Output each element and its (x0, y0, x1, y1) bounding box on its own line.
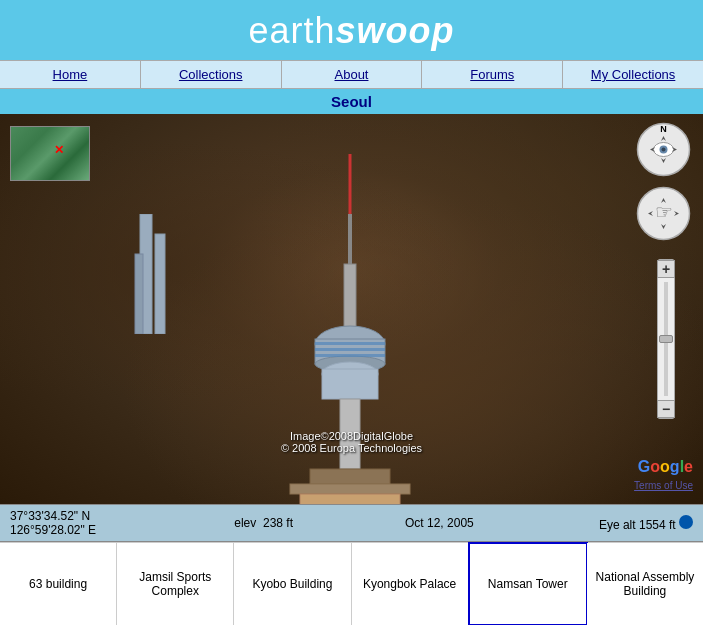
thumbnail-item-4[interactable]: Namsan Tower (468, 542, 588, 625)
nav-bar: Home Collections About Forums My Collect… (0, 60, 703, 89)
nav-home[interactable]: Home (0, 61, 141, 88)
map-container[interactable]: ✕ N ☞ + − Image©2008DigitalGlobe (0, 114, 703, 504)
thumbnail-item-2[interactable]: Kyobo Building (234, 543, 351, 625)
svg-rect-13 (315, 348, 385, 351)
zoom-track[interactable] (664, 282, 668, 396)
title-earth: earth (248, 10, 335, 51)
nav-forums[interactable]: Forums (422, 61, 563, 88)
terms-of-use-link[interactable]: Terms of Use (634, 480, 693, 491)
svg-point-22 (662, 148, 666, 152)
zoom-out-button[interactable]: − (657, 400, 675, 418)
svg-rect-12 (315, 342, 385, 345)
elevation-label: elev (234, 516, 256, 530)
site-title: earthswoop (0, 10, 703, 52)
tilt-control[interactable]: ☞ (636, 186, 691, 241)
nav-collections[interactable]: Collections (141, 61, 282, 88)
eye-label: Eye alt (599, 518, 636, 532)
copyright-line1: Image©2008DigitalGlobe (281, 430, 422, 442)
thumbnail-item-0[interactable]: 63 building (0, 543, 117, 625)
status-bar: 37°33'34.52" N 126°59'28.02" E elev 238 … (0, 504, 703, 542)
elevation: elev 238 ft (186, 516, 342, 530)
compass[interactable]: N (636, 122, 691, 177)
thumbnail-item-5[interactable]: National Assembly Building (587, 543, 703, 625)
title-swoop: swoop (336, 10, 455, 51)
copyright-line2: © 2008 Europa Technologies (281, 442, 422, 454)
svg-rect-10 (290, 484, 410, 494)
svg-rect-11 (300, 494, 400, 504)
mini-map[interactable]: ✕ (10, 126, 90, 181)
elevation-value: 238 ft (263, 516, 293, 530)
svg-text:☞: ☞ (655, 201, 673, 223)
copyright-text: Image©2008DigitalGlobe © 2008 Europa Tec… (281, 430, 422, 454)
header: earthswoop (0, 0, 703, 60)
svg-rect-16 (155, 234, 165, 334)
eye-value: 1554 ft (639, 518, 676, 532)
mini-map-terrain: ✕ (11, 127, 89, 180)
svg-rect-17 (135, 254, 143, 334)
google-logo: Google (638, 458, 693, 476)
thumbnail-item-1[interactable]: Jamsil Sports Complex (117, 543, 234, 625)
coordinates: 37°33'34.52" N 126°59'28.02" E (10, 509, 166, 537)
left-buildings (130, 214, 180, 334)
svg-rect-14 (315, 354, 385, 357)
map-title: Seoul (0, 89, 703, 114)
eye-altitude: Eye alt 1554 ft (537, 515, 693, 532)
nav-my-collections[interactable]: My Collections (563, 61, 703, 88)
status-indicator (679, 515, 693, 529)
svg-text:N: N (660, 124, 667, 134)
svg-rect-9 (310, 469, 390, 484)
zoom-slider[interactable]: + − (657, 259, 675, 419)
nav-about[interactable]: About (282, 61, 423, 88)
svg-rect-7 (322, 369, 378, 399)
thumbnail-item-3[interactable]: Kyongbok Palace (352, 543, 469, 625)
map-date: Oct 12, 2005 (362, 516, 518, 530)
mini-map-marker: ✕ (54, 143, 64, 157)
thumbnail-strip: 63 buildingJamsil Sports ComplexKyobo Bu… (0, 542, 703, 625)
zoom-in-button[interactable]: + (657, 260, 675, 278)
zoom-handle[interactable] (659, 335, 673, 343)
